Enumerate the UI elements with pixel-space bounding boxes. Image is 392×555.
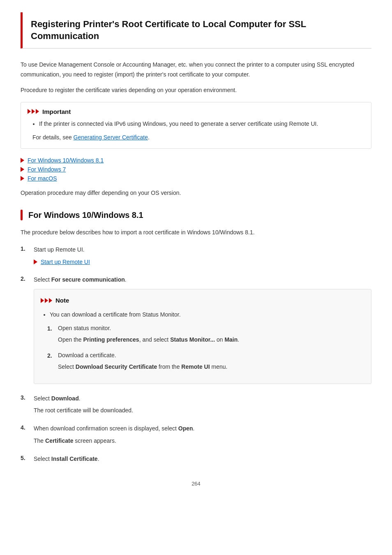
note-body: You can download a certificate from Stat… — [41, 310, 364, 372]
important-item-1: If the printer is connected via IPv6 usi… — [39, 119, 364, 129]
important-label: Important — [42, 108, 71, 115]
page-title: Registering Printer's Root Certificate t… — [31, 18, 363, 42]
note-label: Note — [55, 295, 69, 306]
nav-link-win7[interactable]: For Windows 7 — [28, 166, 66, 173]
step-2-content: Select For secure communication. Note Yo… — [34, 275, 371, 385]
section1-heading: For Windows 10/Windows 8.1 — [28, 210, 143, 220]
important-body: If the printer is connected via IPv6 usi… — [28, 119, 364, 143]
nav-arrow-icon-2 — [21, 167, 24, 172]
sub-steps: 1. Open status monitor. Open the Printin… — [47, 324, 364, 372]
important-box: Important If the printer is connected vi… — [21, 102, 371, 149]
sub-step-1-content: Open status monitor. Open the Printing p… — [58, 324, 364, 345]
nav-link-item-1: For Windows 10/Windows 8.1 — [21, 157, 371, 164]
section1-intro: The procedure below describes how to imp… — [21, 228, 371, 238]
nav-link-macos[interactable]: For macOS — [28, 175, 57, 182]
page-footer: 264 — [21, 481, 371, 487]
step-5-content: Select Install Certificate. — [34, 454, 371, 464]
step-3-num: 3. — [21, 394, 32, 401]
step-1-arrow-icon — [34, 259, 37, 264]
page-title-block: Registering Printer's Root Certificate t… — [21, 12, 371, 49]
step-4-note: The Certificate screen appears. — [34, 436, 371, 446]
start-remote-ui-link[interactable]: Start up Remote UI — [41, 257, 90, 267]
sub-step-2-text: Download a certificate. — [58, 352, 116, 358]
step-4-content: When download confirmation screen is dis… — [34, 424, 371, 446]
nav-link-item-3: For macOS — [21, 175, 371, 182]
step-2: 2. Select For secure communication. Note… — [21, 275, 371, 385]
step-1-sublink: Start up Remote UI — [34, 257, 371, 267]
step-1-content: Start up Remote UI. Start up Remote UI — [34, 245, 371, 267]
page-wrapper: Registering Printer's Root Certificate t… — [0, 0, 392, 507]
sub-step-1-text: Open status monitor. — [58, 325, 111, 331]
step-2-text-suffix: . — [125, 276, 127, 283]
step-1-text: Start up Remote UI. — [34, 246, 85, 253]
sub-step-2-num: 2. — [47, 351, 58, 361]
intro-paragraph-1: To use Device Management Console or Acco… — [21, 60, 371, 80]
nav-arrow-icon-3 — [21, 176, 24, 181]
sub-step-1-desc: Open the Printing preferences, and selec… — [58, 335, 364, 345]
intro-paragraph-2: Procedure to register the certificate va… — [21, 86, 371, 95]
note-triple-arrow-icon — [41, 298, 53, 303]
important-subtext: For details, see Generating Server Certi… — [32, 133, 364, 143]
sub-step-1: 1. Open status monitor. Open the Printin… — [47, 324, 364, 345]
important-header: Important — [28, 108, 364, 115]
sub-step-2: 2. Download a certificate. Select Downlo… — [47, 351, 364, 372]
section1-heading-block: For Windows 10/Windows 8.1 — [21, 210, 371, 220]
os-note: Operation procedure may differ depending… — [21, 188, 371, 198]
nav-links: For Windows 10/Windows 8.1 For Windows 7… — [21, 157, 371, 182]
step-3-content: Select Download. The root certificate wi… — [34, 394, 371, 416]
step-3: 3. Select Download. The root certificate… — [21, 394, 371, 416]
step-4: 4. When download confirmation screen is … — [21, 424, 371, 446]
step-2-text-bold: For secure communication — [51, 276, 125, 283]
sub-step-1-num: 1. — [47, 324, 58, 334]
page-number: 264 — [191, 481, 201, 487]
note-box-step2: Note You can download a certificate from… — [34, 289, 371, 384]
step-2-text-prefix: Select — [34, 276, 51, 283]
sub-step-2-content: Download a certificate. Select Download … — [58, 351, 364, 372]
nav-arrow-icon-1 — [21, 158, 24, 163]
step-1-num: 1. — [21, 245, 32, 252]
step-4-num: 4. — [21, 424, 32, 431]
step-5-num: 5. — [21, 454, 32, 461]
note-header: Note — [41, 295, 364, 306]
sub-step-2-desc: Select Download Security Certificate fro… — [58, 362, 364, 372]
generating-server-cert-link[interactable]: Generating Server Certificate — [74, 134, 148, 141]
step-3-note: The root certificate will be downloaded. — [34, 406, 371, 416]
step-5: 5. Select Install Certificate. — [21, 454, 371, 464]
step-2-num: 2. — [21, 275, 32, 282]
important-triple-arrow-icon — [28, 109, 40, 114]
steps-list: 1. Start up Remote UI. Start up Remote U… — [21, 245, 371, 464]
note-item-1: You can download a certificate from Stat… — [50, 310, 364, 320]
nav-link-win10[interactable]: For Windows 10/Windows 8.1 — [28, 157, 104, 164]
nav-link-item-2: For Windows 7 — [21, 166, 371, 173]
step-1: 1. Start up Remote UI. Start up Remote U… — [21, 245, 371, 267]
section-border — [21, 210, 23, 220]
